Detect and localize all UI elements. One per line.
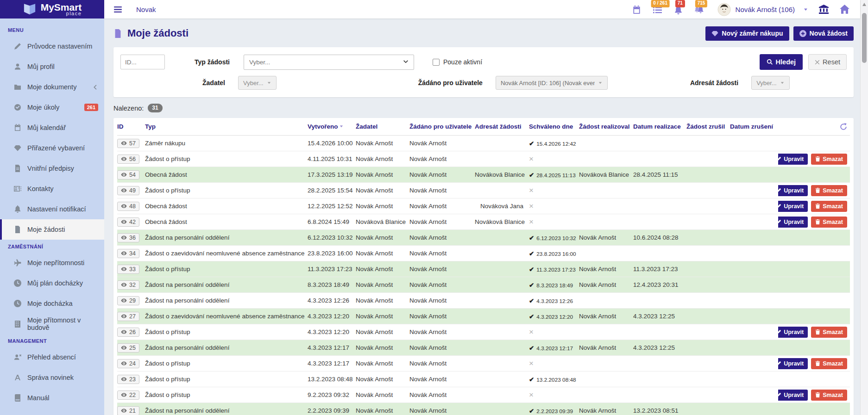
new-purchase-intent-button[interactable]: Nový záměr nákupu: [705, 26, 789, 41]
file-icon: [113, 28, 122, 39]
sidebar-item[interactable]: Nastavení notifikací: [0, 199, 104, 219]
col-applicant[interactable]: Žadatel: [356, 123, 409, 130]
applicant-filter-dropdown[interactable]: Vyber...: [238, 76, 277, 90]
delete-button[interactable]: Smazat: [811, 201, 847, 212]
col-canceled-by[interactable]: Žádost zrušil: [686, 123, 730, 130]
edit-button[interactable]: Upravit: [778, 327, 808, 338]
for-user-filter-dropdown[interactable]: Novák Arnošt [ID: 106] (Novak event s r.…: [496, 76, 608, 90]
view-request-button[interactable]: 32: [117, 280, 139, 290]
requested-for-user: Novák Arnošt: [409, 407, 475, 414]
id-filter-input[interactable]: [120, 55, 165, 69]
delete-button[interactable]: Smazat: [811, 358, 847, 369]
view-request-button[interactable]: 21: [117, 406, 139, 415]
user-menu[interactable]: Novák Arnošt (106): [717, 3, 808, 16]
scrollbar-thumb[interactable]: [862, 13, 867, 63]
sidebar-item[interactable]: Moje úkoly 261: [0, 97, 104, 118]
bells-icon[interactable]: 715: [694, 4, 705, 14]
approved-cell: ✔ 11.3.2023 17:23: [529, 266, 579, 273]
view-request-button[interactable]: 22: [117, 390, 139, 400]
sidebar-item[interactable]: Můj profil: [0, 56, 104, 77]
check-icon: ✔: [529, 266, 534, 273]
sidebar-item[interactable]: Můj kalendář: [0, 118, 104, 138]
col-cancel-date[interactable]: Datum zrušení: [730, 123, 778, 130]
sidebar-item[interactable]: Moje dokumenty: [0, 77, 104, 97]
request-type: Žádost na personální oddělení: [145, 344, 308, 351]
view-request-button[interactable]: 54: [117, 170, 139, 180]
page-scrollbar[interactable]: [860, 0, 868, 415]
hamburger-menu-button[interactable]: [113, 5, 122, 14]
col-approved[interactable]: Schváleno dne: [529, 123, 579, 130]
edit-button[interactable]: Upravit: [778, 201, 808, 212]
refresh-icon[interactable]: [840, 123, 847, 130]
sidebar-item[interactable]: Přehled absencí: [0, 347, 104, 367]
sidebar-item[interactable]: Moje žádosti: [0, 219, 104, 240]
edit-button[interactable]: Upravit: [778, 185, 808, 196]
view-request-button[interactable]: 26: [117, 328, 139, 337]
col-type[interactable]: Typ: [145, 123, 308, 130]
view-request-button[interactable]: 24: [117, 359, 139, 368]
created-date: 4.3.2023 12:17: [308, 360, 356, 367]
delete-button[interactable]: Smazat: [811, 327, 847, 338]
approved-cell: ×: [529, 391, 579, 399]
sidebar-item[interactable]: Správa novinek: [0, 367, 104, 388]
only-active-checkbox[interactable]: [433, 59, 440, 66]
view-request-button[interactable]: 34: [117, 249, 139, 258]
app-logo[interactable]: MySmart place: [0, 0, 104, 19]
view-request-button[interactable]: 25: [117, 343, 139, 353]
view-request-button[interactable]: 33: [117, 265, 139, 274]
scrollbar-up-arrow[interactable]: [862, 3, 866, 6]
sidebar-item[interactable]: Moje docházka: [0, 293, 104, 314]
chevron-left-icon[interactable]: [92, 84, 98, 90]
actions-cell: Upravit Smazat: [778, 358, 850, 369]
view-request-button[interactable]: 56: [117, 155, 139, 164]
type-filter-select[interactable]: Vyber...: [244, 55, 414, 70]
tasks-icon[interactable]: 0 / 261: [652, 4, 663, 14]
delete-button[interactable]: Smazat: [811, 154, 847, 165]
view-request-button[interactable]: 29: [117, 296, 139, 305]
delete-button[interactable]: Smazat: [811, 217, 847, 228]
view-request-button[interactable]: 23: [117, 375, 139, 384]
delete-button[interactable]: Smazat: [811, 185, 847, 196]
approved-date: 15.4.2026 12:42: [536, 141, 576, 147]
bell-icon[interactable]: 71: [673, 4, 684, 14]
col-realization-date[interactable]: Datum realizace: [633, 123, 686, 130]
sidebar-item[interactable]: Manuál: [0, 388, 104, 408]
approved-date: 4.3.2023 12:17: [536, 345, 573, 352]
view-request-button[interactable]: 36: [117, 233, 139, 242]
view-request-button[interactable]: 48: [117, 202, 139, 211]
edit-button[interactable]: Upravit: [778, 358, 808, 369]
calendar-icon[interactable]: [631, 4, 642, 14]
requested-for-user: Novák Arnošt: [409, 376, 475, 383]
view-request-button[interactable]: 42: [117, 217, 139, 227]
request-id: 54: [129, 172, 136, 178]
edit-button[interactable]: Upravit: [778, 154, 808, 165]
col-requested-for[interactable]: Žádáno pro uživatele: [409, 123, 475, 130]
approved-cell: ✔ 8.3.2023 18:49: [529, 281, 579, 289]
reset-button[interactable]: Reset: [808, 54, 847, 70]
edit-button[interactable]: Upravit: [778, 217, 808, 228]
approved-cell: ×: [529, 328, 579, 336]
sidebar-item[interactable]: Moje nepřítomnosti: [0, 253, 104, 273]
clock-icon: [14, 279, 21, 287]
sidebar-item[interactable]: Kontakty: [0, 179, 104, 199]
sidebar-item[interactable]: Můj plán docházky: [0, 273, 104, 293]
edit-button[interactable]: Upravit: [778, 390, 808, 401]
col-addressee[interactable]: Adresát žádosti: [475, 123, 529, 130]
addressee-filter-dropdown[interactable]: Vyber...: [751, 76, 790, 90]
search-button[interactable]: Hledej: [760, 54, 803, 70]
view-request-button[interactable]: 27: [117, 312, 139, 321]
sidebar-item[interactable]: Přiřazené vybavení: [0, 138, 104, 158]
sidebar-item[interactable]: Průvodce nastavením: [0, 36, 104, 56]
new-request-button[interactable]: Nová žádost: [793, 26, 854, 41]
delete-button[interactable]: Smazat: [811, 390, 847, 401]
sidebar-item[interactable]: Moje přítomnost v budově: [0, 314, 104, 334]
home-icon[interactable]: [839, 4, 850, 14]
col-created[interactable]: Vytvořeno: [308, 123, 356, 130]
col-id[interactable]: ID: [117, 123, 145, 130]
view-request-button[interactable]: 49: [117, 186, 139, 195]
company-bank-icon[interactable]: [818, 4, 829, 14]
sidebar-item[interactable]: Vnitřní předpisy: [0, 158, 104, 179]
col-realized-by[interactable]: Žádost realizoval: [579, 123, 633, 130]
topbar: Novak 0 / 261: [104, 0, 860, 19]
view-request-button[interactable]: 57: [117, 139, 139, 148]
